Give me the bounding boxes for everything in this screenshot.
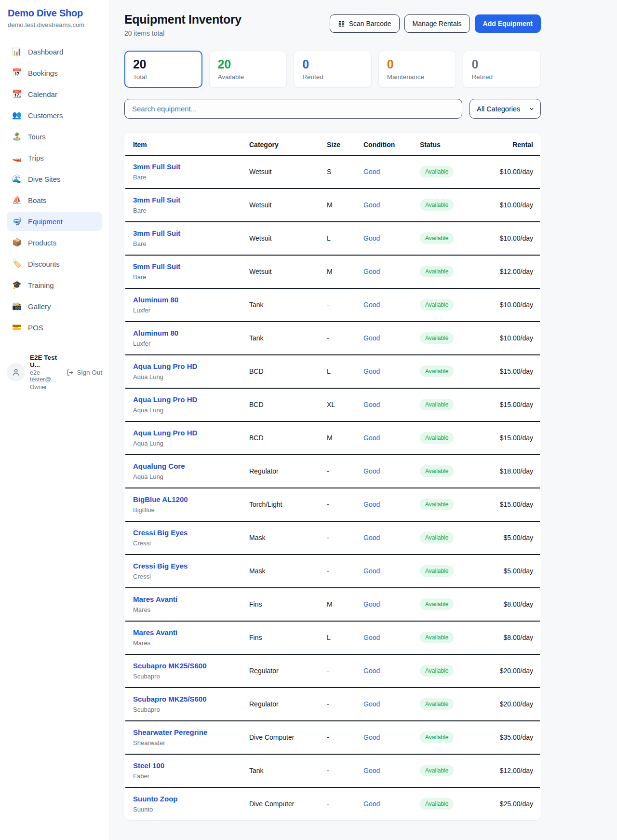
sidebar-item-bookings[interactable]: 📅 Bookings xyxy=(7,63,102,82)
sidebar-item-trips[interactable]: 🚤 Trips xyxy=(7,148,102,167)
stat-card-available[interactable]: 20 Available xyxy=(209,51,287,88)
sidebar-nav: 📊 Dashboard 📅 Bookings 📆 Calendar 👥 Cust… xyxy=(0,35,109,342)
item-category: Mask xyxy=(245,555,323,588)
item-brand: Bare xyxy=(133,273,241,281)
condition-link[interactable]: Good xyxy=(363,767,380,774)
item-brand: Suunto xyxy=(133,806,241,813)
condition-link[interactable]: Good xyxy=(363,201,380,209)
status-badge: Available xyxy=(420,598,454,610)
sidebar-item-dashboard[interactable]: 📊 Dashboard xyxy=(7,42,102,61)
condition-link[interactable]: Good xyxy=(363,800,380,808)
search-input[interactable] xyxy=(124,99,462,119)
item-link[interactable]: 3mm Full Suit xyxy=(133,196,180,204)
condition-link[interactable]: Good xyxy=(363,434,380,442)
table-row: Cressi Big Eyes Cressi Mask - Good Avail… xyxy=(125,521,540,555)
item-link[interactable]: 3mm Full Suit xyxy=(133,229,180,237)
condition-link[interactable]: Good xyxy=(363,600,380,608)
condition-link[interactable]: Good xyxy=(363,634,380,641)
stat-card-rented[interactable]: 0 Rented xyxy=(294,51,372,88)
sidebar-item-boats[interactable]: ⛵ Boats xyxy=(7,190,102,210)
item-category: Dive Computer xyxy=(245,721,323,754)
condition-link[interactable]: Good xyxy=(363,268,380,275)
condition-link[interactable]: Good xyxy=(363,700,380,708)
sidebar-item-tours[interactable]: 🏝️ Tours xyxy=(7,127,102,146)
item-link[interactable]: Suunto Zoop xyxy=(133,795,177,803)
sidebar-item-pos[interactable]: 💳 POS xyxy=(7,318,102,337)
status-badge: Available xyxy=(420,432,454,444)
item-link[interactable]: Aluminum 80 xyxy=(133,296,178,304)
item-link[interactable]: Cressi Big Eyes xyxy=(133,528,188,537)
item-size: L xyxy=(323,621,360,654)
table-row: Cressi Big Eyes Cressi Mask - Good Avail… xyxy=(125,555,540,588)
scan-barcode-button[interactable]: Scan Barcode xyxy=(330,14,400,33)
condition-link[interactable]: Good xyxy=(363,534,380,542)
sidebar-item-products[interactable]: 📦 Products xyxy=(7,233,102,252)
barcode-icon xyxy=(338,20,345,27)
sidebar-item-label: Gallery xyxy=(28,302,51,311)
item-size: M xyxy=(323,588,360,621)
item-link[interactable]: Aqua Lung Pro HD xyxy=(133,395,197,404)
item-link[interactable]: Scubapro MK25/S600 xyxy=(133,662,207,670)
rental-price: $12.00/day xyxy=(481,754,540,787)
condition-link[interactable]: Good xyxy=(363,301,380,309)
table-row: Aqua Lung Pro HD Aqua Lung BCD M Good Av… xyxy=(125,421,540,455)
table-row: Scubapro MK25/S600 Scubapro Regulator - … xyxy=(125,654,540,688)
sidebar-item-discounts[interactable]: 🏷️ Discounts xyxy=(7,254,102,273)
rental-price: $15.00/day xyxy=(481,388,540,421)
rental-price: $5.00/day xyxy=(481,521,540,555)
item-link[interactable]: Aqualung Core xyxy=(133,462,185,470)
category-select[interactable]: All Categories xyxy=(469,99,541,119)
brand-title[interactable]: Demo Dive Shop xyxy=(8,8,101,19)
item-link[interactable]: Scubapro MK25/S600 xyxy=(133,695,207,703)
stat-value: 0 xyxy=(302,57,363,71)
user-meta: E2E Test U... e2e-tester@... Owner xyxy=(30,354,62,391)
item-brand: Bare xyxy=(133,174,241,181)
item-link[interactable]: Steel 100 xyxy=(133,761,164,770)
manage-rentals-button[interactable]: Manage Rentals xyxy=(404,14,470,33)
sidebar-item-dive-sites[interactable]: 🌊 Dive Sites xyxy=(7,169,102,189)
condition-link[interactable]: Good xyxy=(363,733,380,741)
condition-link[interactable]: Good xyxy=(363,234,380,242)
tours-icon: 🏝️ xyxy=(12,133,22,140)
item-link[interactable]: 5mm Full Suit xyxy=(133,262,180,271)
sidebar-item-equipment[interactable]: 🤿 Equipment xyxy=(7,212,102,231)
table-row: Suunto Zoop Suunto Dive Computer - Good … xyxy=(125,787,540,820)
sidebar: Demo Dive Shop demo.test.divestreams.com… xyxy=(0,0,109,840)
stat-card-retired[interactable]: 0 Retired xyxy=(463,51,541,88)
stat-card-maintenance[interactable]: 0 Maintenance xyxy=(378,51,456,88)
rental-price: $10.00/day xyxy=(481,222,540,255)
item-category: Mask xyxy=(245,521,323,555)
add-equipment-button[interactable]: Add Equipment xyxy=(475,14,541,33)
sidebar-item-training[interactable]: 🎓 Training xyxy=(7,275,102,295)
item-link[interactable]: Aqua Lung Pro HD xyxy=(133,429,197,437)
condition-link[interactable]: Good xyxy=(363,501,380,508)
condition-link[interactable]: Good xyxy=(363,334,380,342)
item-size: - xyxy=(323,521,360,555)
sign-out-button[interactable]: Sign Out xyxy=(67,369,102,376)
sidebar-item-label: Trips xyxy=(28,154,44,162)
item-link[interactable]: 3mm Full Suit xyxy=(133,163,180,171)
condition-link[interactable]: Good xyxy=(363,168,380,176)
condition-link[interactable]: Good xyxy=(363,367,380,375)
person-icon xyxy=(11,367,21,377)
item-link[interactable]: Cressi Big Eyes xyxy=(133,562,188,570)
item-link[interactable]: Mares Avanti xyxy=(133,628,177,637)
item-link[interactable]: Aqua Lung Pro HD xyxy=(133,362,197,370)
condition-link[interactable]: Good xyxy=(363,567,380,575)
condition-link[interactable]: Good xyxy=(363,667,380,675)
item-link[interactable]: BigBlue AL1200 xyxy=(133,495,188,503)
sidebar-item-customers[interactable]: 👥 Customers xyxy=(7,106,102,125)
item-link[interactable]: Mares Avanti xyxy=(133,595,177,603)
item-brand: Bare xyxy=(133,240,241,247)
sign-out-icon xyxy=(67,369,74,376)
item-link[interactable]: Shearwater Peregrine xyxy=(133,728,207,736)
sidebar-item-gallery[interactable]: 📸 Gallery xyxy=(7,297,102,316)
condition-link[interactable]: Good xyxy=(363,401,380,408)
item-link[interactable]: Aluminum 80 xyxy=(133,329,178,337)
rental-price: $25.00/day xyxy=(481,787,540,820)
sidebar-item-calendar[interactable]: 📆 Calendar xyxy=(7,84,102,104)
customers-icon: 👥 xyxy=(12,111,22,119)
col-header-status: Status xyxy=(416,133,481,155)
stat-card-total[interactable]: 20 Total xyxy=(124,51,202,88)
condition-link[interactable]: Good xyxy=(363,467,380,475)
